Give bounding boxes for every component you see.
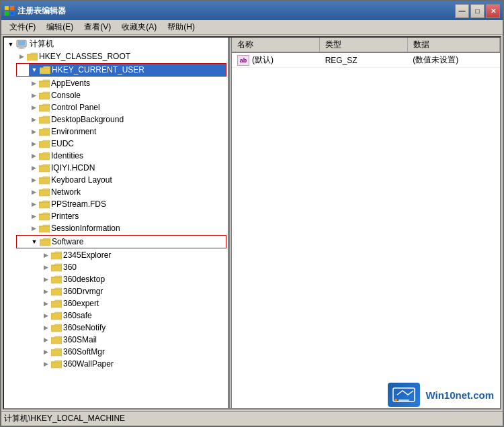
folder-icon-360safe xyxy=(51,312,62,320)
tree-label-network: Network xyxy=(51,187,81,197)
folder-icon-360drvmgr xyxy=(51,287,62,296)
tree-item-printers[interactable]: ▶ Printers xyxy=(4,210,228,222)
tree-item-control-panel[interactable]: ▶ Control Panel xyxy=(4,101,228,113)
folder-icon-360desktop xyxy=(51,275,62,284)
status-text: 计算机\HKEY_LOCAL_MACHINE xyxy=(4,413,125,424)
tree-label-eudc: EUDC xyxy=(51,139,74,148)
maximize-button[interactable]: □ xyxy=(470,4,485,18)
tree-item-360desktop[interactable]: ▶ 360desktop xyxy=(4,273,228,285)
col-header-data: 数据 xyxy=(407,38,499,52)
row-data: (数值未设置) xyxy=(407,52,499,68)
registry-table: 名称 类型 数据 ab (默认) REG_SZ xyxy=(232,38,500,68)
menu-item-文件F[interactable]: 文件(F) xyxy=(4,20,41,34)
table-row[interactable]: ab (默认) REG_SZ (数值未设置) xyxy=(232,52,500,68)
highlight-box-current-user: ▼ HKEY_CURRENT_USER xyxy=(16,63,226,77)
folder-icon-control-panel xyxy=(39,103,50,112)
tree-label-environment: Environment xyxy=(51,127,96,136)
tree-item-environment[interactable]: ▶ Environment xyxy=(4,126,228,138)
tree-item-console[interactable]: ▶ Console xyxy=(4,89,228,101)
tree-item-appevents[interactable]: ▶ AppEvents xyxy=(4,77,228,89)
expander-session-information: ▶ xyxy=(28,223,39,234)
tree-label-desktopbackground: DesktopBackground xyxy=(51,115,124,124)
tree-item-software[interactable]: ▼ Software xyxy=(17,236,226,248)
menu-bar: 文件(F)编辑(E)查看(V)收藏夹(A)帮助(H) xyxy=(1,20,503,35)
tree-label-360safe: 360safe xyxy=(63,311,92,320)
title-bar: 注册表编辑器 — □ ✕ xyxy=(1,1,503,20)
menu-item-编辑E[interactable]: 编辑(E) xyxy=(41,20,79,34)
tree-item-identities[interactable]: ▶ Identities xyxy=(4,150,228,162)
tree-item-360senotify[interactable]: ▶ 360seNotify xyxy=(4,322,228,334)
folder-icon-environment xyxy=(39,128,50,136)
expander-network: ▶ xyxy=(28,187,39,197)
tree-item-computer[interactable]: ▼ 计算机 xyxy=(4,38,228,50)
tree-label-360drvmgr: 360Drvmgr xyxy=(63,287,103,296)
expander-computer: ▼ xyxy=(5,39,16,50)
tree-label-2345explorer: 2345Explorer xyxy=(63,250,111,260)
expander-360senotify: ▶ xyxy=(40,322,51,333)
svg-point-9 xyxy=(394,399,397,401)
svg-rect-0 xyxy=(5,6,9,10)
tree-item-session-information[interactable]: ▶ SessionInformation xyxy=(4,222,228,234)
svg-rect-7 xyxy=(18,48,25,49)
folder-icon-session-information xyxy=(39,224,50,233)
tree-item-hkey-current-user[interactable]: ▼ HKEY_CURRENT_USER xyxy=(29,64,226,76)
tree-label-identities: Identities xyxy=(51,151,83,160)
tree-item-keyboard-layout[interactable]: ▶ Keyboard Layout xyxy=(4,174,228,186)
folder-icon-printers xyxy=(39,212,50,221)
expander-control-panel: ▶ xyxy=(28,102,39,113)
minimize-button[interactable]: — xyxy=(455,4,469,18)
expander-360wallpaper: ▶ xyxy=(40,359,51,369)
folder-icon-hkey-classes-root xyxy=(27,52,38,61)
tree-item-360wallpaper[interactable]: ▶ 360WallPaper xyxy=(4,358,228,370)
expander-360drvmgr: ▶ xyxy=(40,286,51,297)
expander-360smail: ▶ xyxy=(40,334,51,345)
expander-ppstream-fds: ▶ xyxy=(28,199,39,209)
tree-label-software: Software xyxy=(52,237,83,246)
tree-item-360safe[interactable]: ▶ 360safe xyxy=(4,310,228,322)
tree-item-360softmgr[interactable]: ▶ 360SoftMgr xyxy=(4,346,228,358)
tree-item-network[interactable]: ▶ Network xyxy=(4,186,228,198)
ab-icon: ab xyxy=(237,55,249,66)
expander-desktopbackground: ▶ xyxy=(28,114,39,125)
tree-item-360[interactable]: ▶ 360 xyxy=(4,261,228,273)
expander-environment: ▶ xyxy=(28,126,39,137)
tree-label-computer: 计算机 xyxy=(30,38,54,50)
row-name: ab (默认) xyxy=(232,52,320,68)
tree-item-eudc[interactable]: ▶ EUDC xyxy=(4,138,228,150)
tree-item-360drvmgr[interactable]: ▶ 360Drvmgr xyxy=(4,285,228,297)
expander-2345explorer: ▶ xyxy=(40,250,51,260)
menu-item-查看V[interactable]: 查看(V) xyxy=(79,20,116,34)
expander-hkey-current-user: ▼ xyxy=(29,64,40,75)
tree-label-360softmgr: 360SoftMgr xyxy=(63,347,105,357)
menu-item-收藏夹A[interactable]: 收藏夹(A) xyxy=(116,20,162,34)
tree-label-ppstream-fds: PPStream.FDS xyxy=(51,199,106,209)
folder-icon-360 xyxy=(51,263,62,272)
tree-label-360desktop: 360desktop xyxy=(63,275,105,284)
svg-rect-1 xyxy=(10,6,14,10)
tree-item-desktopbackground[interactable]: ▶ DesktopBackground xyxy=(4,113,228,126)
expander-identities: ▶ xyxy=(28,150,39,161)
folder-icon-network xyxy=(39,188,50,197)
tree-label-hkey-current-user: HKEY_CURRENT_USER xyxy=(52,65,144,75)
tree-label-session-information: SessionInformation xyxy=(51,224,120,233)
expander-appevents: ▶ xyxy=(28,78,39,89)
tree-item-2345explorer[interactable]: ▶ 2345Explorer xyxy=(4,249,228,261)
tree-label-appevents: AppEvents xyxy=(51,79,90,88)
title-bar-left: 注册表编辑器 xyxy=(4,5,66,17)
tree-item-ppstream-fds[interactable]: ▶ PPStream.FDS xyxy=(4,198,228,210)
tree-item-iqiyi-hcdn[interactable]: ▶ IQIYI.HCDN xyxy=(4,162,228,174)
expander-software: ▼ xyxy=(29,236,40,247)
tree-label-360smail: 360SMail xyxy=(63,335,97,344)
svg-rect-2 xyxy=(5,11,9,15)
status-bar: 计算机\HKEY_LOCAL_MACHINE xyxy=(1,411,503,426)
tree-item-hkey-classes-root[interactable]: ▶ HKEY_CLASSES_ROOT xyxy=(4,50,228,62)
tree-label-hkey-classes-root: HKEY_CLASSES_ROOT xyxy=(39,52,130,61)
tree-item-360expert[interactable]: ▶ 360expert xyxy=(4,297,228,310)
menu-item-帮助H[interactable]: 帮助(H) xyxy=(162,20,200,34)
close-button[interactable]: ✕ xyxy=(486,4,500,18)
watermark-text: Win10net.com xyxy=(425,389,494,401)
expander-360softmgr: ▶ xyxy=(40,346,51,357)
expander-eudc: ▶ xyxy=(28,138,39,149)
tree-item-360smail[interactable]: ▶ 360SMail xyxy=(4,334,228,346)
tree-panel[interactable]: ▼ 计算机 ▶ HKEY_CLASSES_ROOT xyxy=(4,38,229,408)
